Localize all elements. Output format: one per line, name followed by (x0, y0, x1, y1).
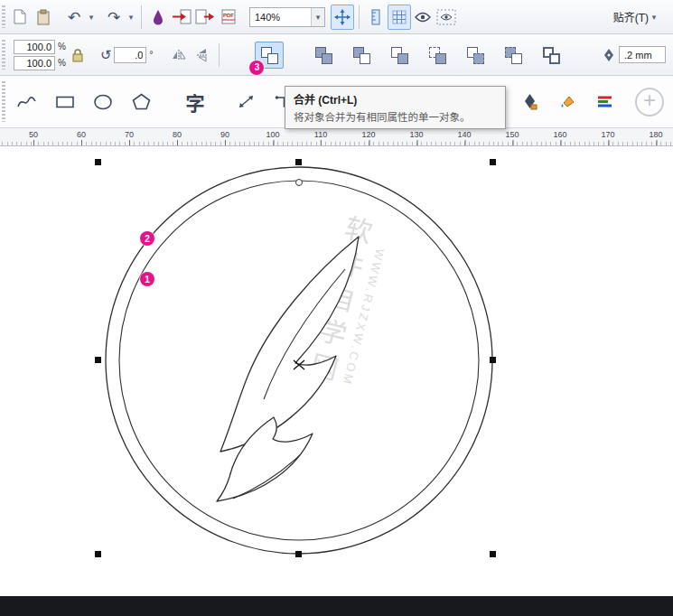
zoom-dropdown[interactable]: ▾ (311, 8, 324, 26)
separator (359, 5, 360, 29)
add-tools-button[interactable]: + (635, 88, 664, 117)
outline-width-combobox[interactable]: .2 mm (619, 46, 666, 63)
rulers-toggle-button[interactable] (364, 5, 388, 30)
trim-button[interactable] (347, 42, 376, 69)
weld-button[interactable] (309, 42, 338, 69)
freehand-tool[interactable] (14, 87, 41, 117)
front-minus-back-button[interactable] (461, 42, 490, 69)
ruler-tick: 70 (125, 130, 134, 139)
separator (141, 5, 142, 29)
svg-text:PDF: PDF (223, 13, 234, 18)
text-tool[interactable]: 字 (182, 87, 209, 117)
zoom-to-page-button[interactable] (331, 5, 354, 30)
ruler-tick: 120 (361, 130, 375, 139)
selection-handle-e[interactable] (490, 357, 496, 363)
step-badge-1: 1 (140, 272, 154, 286)
dimension-tool[interactable] (232, 87, 259, 117)
show-preview-button[interactable] (411, 5, 435, 30)
back-minus-front-button[interactable] (499, 42, 528, 69)
rotation-angle-input[interactable] (114, 47, 146, 63)
tooltip-title: 合并 (Ctrl+L) (294, 91, 497, 107)
artistic-media-button[interactable] (146, 5, 170, 30)
scale-x-input[interactable] (14, 40, 55, 54)
ellipse-tool[interactable] (89, 87, 117, 117)
drawing-svg[interactable] (0, 146, 673, 596)
scale-y-input[interactable] (14, 56, 55, 70)
paste-button[interactable] (32, 5, 55, 30)
undo-icon: ↶ (68, 8, 80, 26)
redo-dropdown[interactable]: ▾ (126, 13, 136, 22)
publish-pdf-button[interactable]: PDF (217, 5, 240, 30)
simplify-button[interactable] (423, 42, 452, 69)
step-badge-3: 3 (249, 61, 264, 75)
zoom-combobox[interactable]: 140% ▾ (249, 7, 325, 27)
interactive-fill-tool[interactable] (592, 87, 619, 117)
undo-button[interactable]: ↶ (62, 5, 86, 30)
pdf-icon: PDF (220, 9, 238, 24)
bottom-bar (0, 596, 673, 616)
boundary-button[interactable] (537, 42, 566, 69)
tooltip: 合并 (Ctrl+L) 将对象合并为有相同属性的单一对象。 (285, 86, 506, 129)
percent-label: % (58, 42, 66, 51)
mirror-horizontal-button[interactable] (167, 42, 191, 68)
redo-icon: ↷ (107, 8, 120, 26)
plus-icon: + (643, 89, 656, 111)
clipboard-icon (36, 9, 51, 25)
percent-label: % (58, 58, 66, 68)
preview-selected-button[interactable] (435, 5, 458, 30)
eye-icon (415, 12, 431, 23)
ruler-tick: 80 (173, 130, 182, 139)
snap-dropdown-button[interactable]: 贴齐(T) ▾ (607, 5, 666, 30)
selection-handle-nw[interactable] (95, 159, 101, 165)
selection-handle-se[interactable] (490, 551, 496, 557)
rectangle-icon (55, 95, 75, 109)
toolbox: 字 合并 (Ctrl+L) 将对象合并为有相同属性的单一对象。 (0, 76, 673, 128)
mirror-vertical-button[interactable] (191, 42, 214, 68)
degree-label: ° (149, 50, 153, 60)
undo-dropdown[interactable]: ▾ (86, 13, 97, 22)
scale-fields: % % (14, 40, 66, 70)
ruler-tick: 160 (553, 130, 566, 139)
export-button[interactable] (193, 5, 217, 30)
outline-width-value: .2 mm (620, 50, 665, 61)
rotation-origin-marker[interactable] (296, 180, 303, 186)
ellipse-icon (93, 94, 113, 110)
selection-handle-n[interactable] (295, 159, 302, 165)
redo-button[interactable]: ↷ (102, 5, 126, 30)
toolbar-grip[interactable] (2, 5, 5, 28)
lock-ratio-button[interactable] (66, 42, 89, 68)
flame-upper-shape[interactable] (220, 237, 359, 452)
selection-handle-sw[interactable] (95, 551, 101, 557)
dotted-eye-icon (436, 9, 456, 25)
standard-toolbar: ↶ ▾ ↷ ▾ PDF 140% ▾ (0, 0, 673, 34)
separator (219, 43, 220, 67)
polygon-tool[interactable] (127, 87, 154, 117)
horizontal-ruler[interactable]: 50 60 70 80 90 100 110 120 130 140 150 1… (0, 128, 673, 146)
grid-toggle-button[interactable] (388, 5, 411, 30)
pen-tool[interactable] (516, 87, 543, 117)
selection-handle-s[interactable] (295, 551, 302, 557)
padlock-icon (71, 48, 84, 62)
toolbar-grip[interactable] (2, 81, 5, 122)
inner-circle[interactable] (119, 181, 479, 540)
grid-icon (392, 10, 407, 24)
rectangle-tool[interactable] (51, 87, 79, 117)
selection-handle-w[interactable] (95, 357, 101, 363)
freehand-icon (16, 94, 38, 110)
ruler-tick: 140 (457, 130, 471, 139)
combine-button[interactable]: 3 (255, 42, 284, 69)
pen-nib-icon (522, 93, 537, 110)
new-document-button[interactable] (8, 5, 32, 30)
outer-circle[interactable] (106, 167, 492, 554)
selection-handle-ne[interactable] (490, 159, 496, 165)
import-button[interactable] (170, 5, 193, 30)
export-icon (195, 9, 215, 24)
intersect-button[interactable] (385, 42, 414, 69)
tooltip-description: 将对象合并为有相同属性的单一对象。 (294, 109, 497, 124)
canvas[interactable]: 软件自学网 WWW.RJZXW.COM 2 1 (0, 146, 673, 596)
toolbar-grip[interactable] (2, 40, 5, 70)
smart-fill-tool[interactable] (554, 87, 581, 117)
color-bars-icon (597, 95, 613, 108)
property-bar: % % ↺ ° 3 (0, 34, 673, 76)
ruler-tick: 170 (601, 130, 614, 139)
